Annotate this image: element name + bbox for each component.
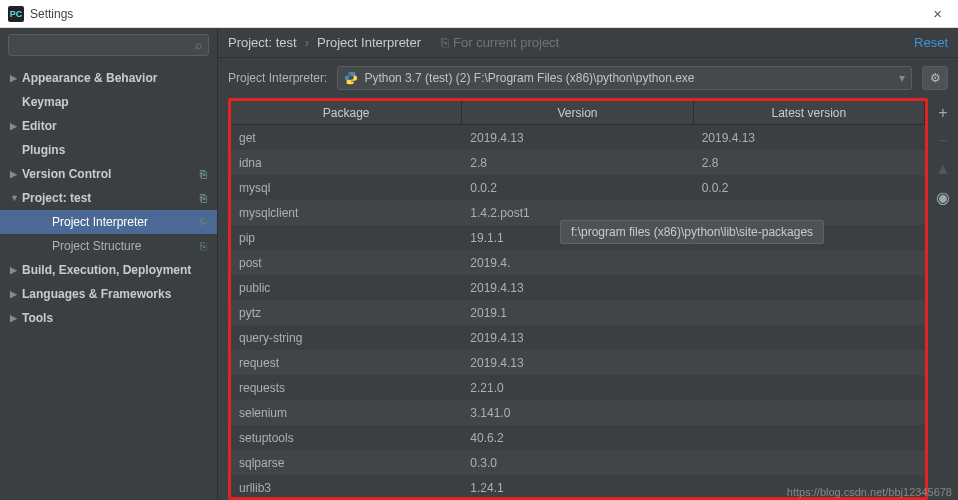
sidebar-item-label: Tools bbox=[22, 311, 53, 325]
tree-arrow-icon: ▶ bbox=[10, 121, 22, 131]
cell-package: mysql bbox=[231, 181, 462, 195]
chevron-right-icon: › bbox=[305, 35, 309, 50]
cell-package: setuptools bbox=[231, 431, 462, 445]
search-icon: ⌕ bbox=[195, 38, 202, 52]
sidebar-item-languages-frameworks[interactable]: ▶Languages & Frameworks bbox=[0, 282, 217, 306]
cell-package: public bbox=[231, 281, 462, 295]
cell-version: 2019.4.13 bbox=[462, 131, 693, 145]
table-row[interactable]: pytz2019.1 bbox=[231, 300, 925, 325]
cell-version: 2.21.0 bbox=[462, 381, 693, 395]
sidebar-item-label: Version Control bbox=[22, 167, 111, 181]
cell-latest: 0.0.2 bbox=[694, 181, 925, 195]
table-body: get2019.4.132019.4.13idna2.82.8mysql0.0.… bbox=[231, 125, 925, 497]
sidebar-item-label: Project Interpreter bbox=[52, 215, 148, 229]
gear-icon: ⚙ bbox=[930, 71, 941, 85]
interpreter-select[interactable]: Python 3.7 (test) (2) F:\Program Files (… bbox=[337, 66, 912, 90]
path-tooltip: f:\program files (x86)\python\lib\site-p… bbox=[560, 220, 824, 244]
content-pane: Project: test › Project Interpreter ⎘ Fo… bbox=[218, 28, 958, 500]
sidebar-item-label: Languages & Frameworks bbox=[22, 287, 171, 301]
table-header: Package Version Latest version bbox=[231, 101, 925, 125]
eye-button[interactable]: ◉ bbox=[936, 188, 950, 207]
copy-icon: ⎘ bbox=[200, 240, 207, 252]
cell-package: post bbox=[231, 256, 462, 270]
cell-package: selenium bbox=[231, 406, 462, 420]
upgrade-button[interactable]: ▲ bbox=[935, 160, 951, 178]
tree-arrow-icon: ▼ bbox=[10, 193, 22, 203]
cell-version: 40.6.2 bbox=[462, 431, 693, 445]
sidebar-item-project-structure[interactable]: Project Structure⎘ bbox=[0, 234, 217, 258]
table-row[interactable]: post2019.4. bbox=[231, 250, 925, 275]
table-row[interactable]: request2019.4.13 bbox=[231, 350, 925, 375]
cell-package: requests bbox=[231, 381, 462, 395]
table-actions: + − ▲ ◉ bbox=[928, 98, 958, 500]
window-title: Settings bbox=[30, 7, 73, 21]
col-latest[interactable]: Latest version bbox=[694, 101, 925, 124]
tree-arrow-icon: ▶ bbox=[10, 265, 22, 275]
app-icon: PC bbox=[8, 6, 24, 22]
copy-icon: ⎘ bbox=[200, 216, 207, 228]
close-icon[interactable]: × bbox=[925, 5, 950, 22]
table-row[interactable]: query-string2019.4.13 bbox=[231, 325, 925, 350]
sidebar-item-label: Build, Execution, Deployment bbox=[22, 263, 191, 277]
table-row[interactable]: public2019.4.13 bbox=[231, 275, 925, 300]
sidebar-item-label: Appearance & Behavior bbox=[22, 71, 157, 85]
search-input[interactable]: ⌕ bbox=[8, 34, 209, 56]
col-package[interactable]: Package bbox=[231, 101, 462, 124]
title-bar: PC Settings × bbox=[0, 0, 958, 28]
cell-package: idna bbox=[231, 156, 462, 170]
cell-package: urllib3 bbox=[231, 481, 462, 495]
table-row[interactable]: setuptools40.6.2 bbox=[231, 425, 925, 450]
cell-package: query-string bbox=[231, 331, 462, 345]
sidebar-item-label: Plugins bbox=[22, 143, 65, 157]
cell-package: pytz bbox=[231, 306, 462, 320]
cell-package: request bbox=[231, 356, 462, 370]
sidebar-item-project-interpreter[interactable]: Project Interpreter⎘ bbox=[0, 210, 217, 234]
sidebar-item-plugins[interactable]: Plugins bbox=[0, 138, 217, 162]
cell-version: 2019.4. bbox=[462, 256, 693, 270]
sidebar-item-appearance-behavior[interactable]: ▶Appearance & Behavior bbox=[0, 66, 217, 90]
cell-version: 2019.4.13 bbox=[462, 331, 693, 345]
chevron-down-icon: ▾ bbox=[899, 71, 905, 85]
cell-package: mysqlclient bbox=[231, 206, 462, 220]
search-field[interactable] bbox=[15, 38, 191, 52]
sidebar-item-build-execution-deployment[interactable]: ▶Build, Execution, Deployment bbox=[0, 258, 217, 282]
col-version[interactable]: Version bbox=[462, 101, 693, 124]
tree-arrow-icon: ▶ bbox=[10, 73, 22, 83]
cell-version: 1.24.1 bbox=[462, 481, 693, 495]
cell-version: 2019.4.13 bbox=[462, 281, 693, 295]
breadcrumb-project: Project: test bbox=[228, 35, 297, 50]
sidebar-item-label: Editor bbox=[22, 119, 57, 133]
settings-tree: ▶Appearance & BehaviorKeymap▶EditorPlugi… bbox=[0, 62, 217, 500]
cell-version: 0.0.2 bbox=[462, 181, 693, 195]
sidebar-item-tools[interactable]: ▶Tools bbox=[0, 306, 217, 330]
interpreter-row: Project Interpreter: Python 3.7 (test) (… bbox=[218, 58, 958, 98]
table-row[interactable]: idna2.82.8 bbox=[231, 150, 925, 175]
remove-button[interactable]: − bbox=[938, 132, 947, 150]
tree-arrow-icon: ▶ bbox=[10, 289, 22, 299]
current-project-hint: ⎘ For current project bbox=[441, 35, 559, 50]
gear-button[interactable]: ⚙ bbox=[922, 66, 948, 90]
sidebar-item-version-control[interactable]: ▶Version Control⎘ bbox=[0, 162, 217, 186]
cell-version: 2.8 bbox=[462, 156, 693, 170]
cell-version: 2019.4.13 bbox=[462, 356, 693, 370]
cell-version: 2019.1 bbox=[462, 306, 693, 320]
sidebar-item-keymap[interactable]: Keymap bbox=[0, 90, 217, 114]
sidebar-item-editor[interactable]: ▶Editor bbox=[0, 114, 217, 138]
table-row[interactable]: mysql0.0.20.0.2 bbox=[231, 175, 925, 200]
table-row[interactable]: selenium3.141.0 bbox=[231, 400, 925, 425]
cell-latest: 2.8 bbox=[694, 156, 925, 170]
python-icon bbox=[344, 71, 358, 85]
reset-link[interactable]: Reset bbox=[914, 35, 948, 50]
breadcrumb-page: Project Interpreter bbox=[317, 35, 421, 50]
breadcrumb: Project: test › Project Interpreter ⎘ Fo… bbox=[218, 28, 958, 58]
sidebar-item-label: Project: test bbox=[22, 191, 91, 205]
interpreter-label: Project Interpreter: bbox=[228, 71, 327, 85]
table-row[interactable]: get2019.4.132019.4.13 bbox=[231, 125, 925, 150]
cell-package: pip bbox=[231, 231, 462, 245]
tree-arrow-icon: ▶ bbox=[10, 169, 22, 179]
add-button[interactable]: + bbox=[938, 104, 947, 122]
sidebar-item-label: Keymap bbox=[22, 95, 69, 109]
sidebar-item-project-test[interactable]: ▼Project: test⎘ bbox=[0, 186, 217, 210]
table-row[interactable]: sqlparse0.3.0 bbox=[231, 450, 925, 475]
table-row[interactable]: requests2.21.0 bbox=[231, 375, 925, 400]
